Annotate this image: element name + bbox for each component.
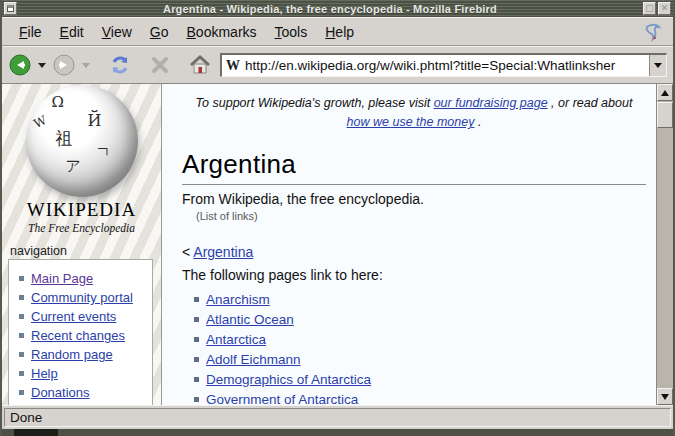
wikipedia-logo[interactable]: Ω Й 祖 ㄱ ア W WIKIPEDIA The Free Encyclope… — [2, 85, 161, 234]
square-bullet-icon — [194, 337, 199, 342]
square-bullet-icon — [194, 377, 199, 382]
square-bullet-icon — [194, 317, 199, 322]
square-bullet-icon — [19, 333, 24, 338]
link-government-of-antarctica[interactable]: Government of Antarctica — [206, 392, 358, 405]
square-bullet-icon — [19, 390, 24, 395]
window-menu-icon — [7, 5, 14, 12]
nav-link-donations[interactable]: Donations — [31, 385, 90, 400]
wikipedia-wordmark: WIKIPEDIA — [2, 199, 161, 221]
nav-link-recent-changes[interactable]: Recent changes — [31, 328, 125, 343]
firebird-logo-icon — [641, 20, 665, 44]
square-bullet-icon — [19, 371, 24, 376]
url-bar[interactable]: W http://en.wikipedia.org/w/wiki.phtml?t… — [220, 53, 667, 77]
nav-link-main-page[interactable]: Main Page — [31, 271, 93, 286]
square-bullet-icon — [19, 295, 24, 300]
close-button[interactable]: ✕ — [658, 2, 671, 15]
scroll-up-icon[interactable] — [657, 84, 673, 101]
menu-edit[interactable]: Edit — [51, 20, 93, 44]
menu-bar: File Edit View Go Bookmarks Tools Help — [2, 17, 673, 46]
square-bullet-icon — [19, 314, 24, 319]
page-viewport: Ω Й 祖 ㄱ ア W WIKIPEDIA The Free Encyclope… — [2, 84, 673, 405]
list-note: (List of links) — [196, 210, 646, 222]
link-adolf-eichmann[interactable]: Adolf Eichmann — [206, 352, 301, 367]
scroll-down-icon[interactable] — [657, 388, 673, 405]
back-icon[interactable] — [8, 53, 32, 77]
window-bottom-edge — [2, 429, 673, 436]
nav-link-current-events[interactable]: Current events — [31, 309, 116, 324]
status-text: Done — [4, 408, 671, 427]
what-links-here-list: Anarchism Atlantic Ocean Antarctica Adol… — [182, 293, 646, 405]
back-dropdown-icon[interactable] — [38, 63, 46, 68]
window-menu-button[interactable] — [4, 2, 17, 15]
vertical-scrollbar[interactable] — [656, 84, 673, 405]
backlink-argentina[interactable]: Argentina — [193, 244, 253, 260]
browser-window: Argentina - Wikipedia, the free encyclop… — [0, 0, 675, 436]
window-edge-grip — [14, 429, 58, 436]
list-item[interactable]: Antarctica — [190, 333, 646, 346]
title-bar[interactable]: Argentina - Wikipedia, the free encyclop… — [2, 0, 673, 17]
notice-text: To support Wikipedia's growth, please vi… — [196, 96, 434, 110]
scrollbar-thumb[interactable] — [657, 102, 673, 128]
menu-file[interactable]: File — [10, 20, 51, 44]
url-text[interactable]: http://en.wikipedia.org/w/wiki.phtml?tit… — [245, 58, 649, 73]
home-icon[interactable] — [188, 53, 212, 77]
title-rule — [182, 184, 646, 185]
notice-text: , or read about — [548, 96, 633, 110]
wikipedia-tagline: The Free Encyclopedia — [2, 222, 161, 234]
forward-dropdown-icon[interactable] — [82, 63, 90, 68]
nav-item-main-page[interactable]: Main Page — [15, 271, 148, 286]
nav-link-community-portal[interactable]: Community portal — [31, 290, 133, 305]
link-atlantic-ocean[interactable]: Atlantic Ocean — [206, 312, 294, 327]
nav-item-donations[interactable]: Donations — [15, 385, 148, 400]
nav-item-recent-changes[interactable]: Recent changes — [15, 328, 148, 343]
navigation-heading: navigation — [10, 244, 161, 258]
square-bullet-icon — [194, 357, 199, 362]
menu-bookmarks[interactable]: Bookmarks — [178, 20, 266, 44]
list-item[interactable]: Adolf Eichmann — [190, 353, 646, 366]
wiki-sidebar: Ω Й 祖 ㄱ ア W WIKIPEDIA The Free Encyclope… — [2, 84, 162, 405]
nav-link-random-page[interactable]: Random page — [31, 347, 113, 362]
list-item[interactable]: Government of Antarctica — [190, 393, 646, 405]
nav-item-help[interactable]: Help — [15, 366, 148, 381]
backlink-line: < Argentina — [182, 244, 646, 260]
nav-item-current-events[interactable]: Current events — [15, 309, 148, 324]
navigation-box: Main Page Community portal Current event… — [8, 259, 153, 405]
article-area: To support Wikipedia's growth, please vi… — [162, 84, 656, 405]
backlink-prefix: < — [182, 244, 193, 260]
square-bullet-icon — [194, 297, 199, 302]
window-title: Argentina - Wikipedia, the free encyclop… — [19, 3, 641, 15]
menu-go[interactable]: Go — [141, 20, 178, 44]
nav-link-help[interactable]: Help — [31, 366, 58, 381]
close-icon: ✕ — [661, 4, 669, 13]
nav-item-community-portal[interactable]: Community portal — [15, 290, 148, 305]
link-demographics-of-antarctica[interactable]: Demographics of Antarctica — [206, 372, 371, 387]
page-title: Argentina — [182, 149, 646, 180]
reload-icon[interactable] — [108, 53, 132, 77]
square-bullet-icon — [19, 352, 24, 357]
forward-icon[interactable] — [52, 53, 76, 77]
square-bullet-icon — [194, 397, 199, 402]
lead-text: The following pages link to here: — [182, 267, 646, 283]
menu-tools[interactable]: Tools — [266, 20, 317, 44]
maximize-button[interactable]: ▢ — [643, 2, 656, 15]
menu-view[interactable]: View — [93, 20, 141, 44]
menu-help[interactable]: Help — [316, 20, 363, 44]
list-item[interactable]: Anarchism — [190, 293, 646, 306]
maximize-icon: ▢ — [645, 4, 654, 13]
list-item[interactable]: Demographics of Antarctica — [190, 373, 646, 386]
notice-text: . — [474, 115, 481, 129]
fundraising-page-link[interactable]: our fundraising page — [434, 96, 548, 110]
square-bullet-icon — [19, 276, 24, 281]
money-use-link[interactable]: how we use the money — [347, 115, 475, 129]
link-anarchism[interactable]: Anarchism — [206, 292, 270, 307]
fundraising-notice: To support Wikipedia's growth, please vi… — [182, 94, 646, 133]
nav-item-random-page[interactable]: Random page — [15, 347, 148, 362]
url-dropdown-button[interactable] — [649, 55, 666, 76]
wikipedia-favicon: W — [226, 58, 240, 74]
site-subtitle: From Wikipedia, the free encyclopedia. — [182, 191, 646, 207]
stop-icon[interactable] — [148, 53, 172, 77]
list-item[interactable]: Atlantic Ocean — [190, 313, 646, 326]
link-antarctica[interactable]: Antarctica — [206, 332, 266, 347]
wikipedia-globe-icon: Ω Й 祖 ㄱ ア W — [26, 85, 138, 197]
scrollbar-track[interactable] — [657, 128, 673, 388]
